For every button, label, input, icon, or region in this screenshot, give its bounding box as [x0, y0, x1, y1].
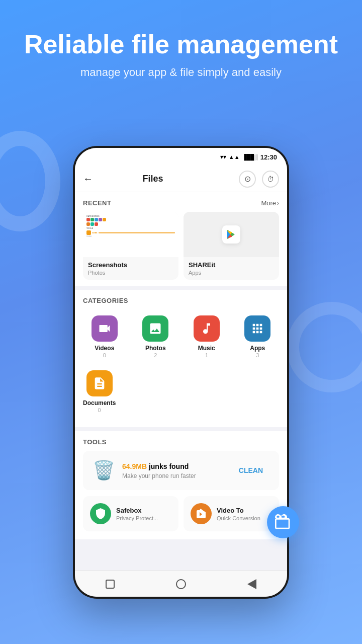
history-button[interactable]: ⏱ — [262, 171, 279, 188]
category-apps[interactable]: Apps 3 — [232, 309, 284, 364]
phone-mockup: ▾▾ ▲▲ ▐██░ 12:30 ← Files ⊙ ⏱ RECENT Mo — [73, 146, 289, 599]
status-time: 12:30 — [260, 153, 277, 161]
status-icons: ▾▾ ▲▲ ▐██░ 12:30 — [220, 153, 277, 161]
videoto-text: Video To Quick Conversion — [217, 507, 260, 521]
sub-title: manage your app & file simply and easily — [20, 65, 342, 80]
videoto-name: Video To — [217, 507, 260, 514]
header-section: Reliable file management manage your app… — [0, 0, 362, 91]
screenshots-name: Screenshots — [88, 261, 173, 269]
tools-grid: Safebox Privacy Protect... Video To Q — [75, 496, 287, 531]
documents-count: 0 — [98, 407, 101, 413]
recent-grid: CATEGORIES — [75, 212, 287, 280]
junk-card: 🗑️ 64.9MB junks found Make your phone ru… — [83, 451, 279, 490]
recent-section: RECENT More › CATEGORIES — [75, 192, 287, 286]
category-photos[interactable]: Photos 2 — [130, 309, 182, 364]
apps-count: 3 — [256, 352, 259, 358]
photos-icon — [142, 315, 168, 342]
categories-header: CATEGORIES — [75, 290, 287, 309]
screenshots-thumb: CATEGORIES — [83, 212, 178, 257]
videoto-desc: Quick Conversion — [217, 515, 260, 521]
fab-button[interactable] — [267, 506, 299, 538]
shareit-thumb — [184, 212, 279, 257]
safebox-desc: Privacy Protect... — [116, 515, 158, 521]
top-bar: ← Files ⊙ ⏱ — [75, 166, 287, 192]
shareit-name: SHAREit — [189, 261, 274, 269]
nav-back-icon — [247, 579, 256, 589]
safebox-text: Safebox Privacy Protect... — [116, 507, 158, 521]
scroll-content[interactable]: RECENT More › CATEGORIES — [75, 192, 287, 571]
videos-label: Videos — [95, 345, 114, 352]
photos-label: Photos — [145, 345, 166, 352]
nav-bar — [75, 571, 287, 597]
junk-desc: Make your phone run faster — [122, 472, 225, 479]
nav-home-icon — [176, 579, 186, 589]
videoto-icon — [191, 503, 212, 524]
recent-title: RECENT — [83, 199, 111, 207]
category-documents[interactable]: Documents 0 — [79, 364, 120, 419]
tool-safebox[interactable]: Safebox Privacy Protect... — [83, 496, 178, 531]
junk-size: 64.9MB — [122, 462, 147, 470]
category-videos[interactable]: Videos 0 — [79, 309, 130, 364]
recent-more-link[interactable]: More › — [261, 199, 279, 207]
tools-title: TOOLS — [83, 438, 107, 446]
documents-icon — [86, 370, 113, 396]
apps-icon — [244, 315, 270, 342]
music-label: Music — [198, 345, 215, 352]
categories-title: CATEGORIES — [83, 297, 128, 304]
clean-button[interactable]: CLEAN — [231, 462, 271, 478]
category-music[interactable]: Music 1 — [181, 309, 232, 364]
photos-count: 2 — [154, 352, 157, 358]
categories-row2: Documents 0 — [75, 364, 287, 419]
junk-title: 64.9MB junks found — [122, 462, 225, 471]
videos-count: 0 — [103, 352, 106, 358]
music-count: 1 — [205, 352, 208, 358]
play-store-logo — [222, 225, 240, 244]
recent-item-shareit[interactable]: SHAREit Apps — [184, 212, 279, 280]
tools-header: TOOLS — [75, 431, 287, 451]
page-title: Files — [97, 174, 209, 184]
main-title: Reliable file management — [20, 30, 342, 59]
nav-back-button[interactable] — [243, 575, 261, 593]
play-store-icon — [226, 229, 237, 240]
shareit-type: Apps — [189, 270, 274, 276]
recent-header: RECENT More › — [75, 192, 287, 212]
wifi-icon: ▾▾ — [220, 153, 226, 160]
signal-icon: ▲▲ — [229, 154, 240, 160]
screenshots-info: Screenshots Photos — [83, 257, 178, 280]
battery-icon: ▐██░ — [242, 154, 258, 160]
apps-label: Apps — [250, 345, 265, 352]
shareit-info: SHAREit Apps — [184, 257, 279, 280]
download-button[interactable]: ⊙ — [239, 171, 256, 188]
back-button[interactable]: ← — [83, 171, 97, 187]
more-chevron-icon: › — [277, 200, 279, 207]
nav-square-icon — [106, 580, 115, 589]
recent-item-screenshots[interactable]: CATEGORIES — [83, 212, 178, 280]
top-actions: ⊙ ⏱ — [239, 171, 279, 188]
nav-recents-button[interactable] — [101, 575, 119, 593]
tools-section: TOOLS 🗑️ 64.9MB junks found Make your ph… — [75, 431, 287, 539]
screenshots-type: Photos — [88, 270, 173, 276]
phone-screen: ▾▾ ▲▲ ▐██░ 12:30 ← Files ⊙ ⏱ RECENT Mo — [75, 148, 287, 597]
documents-label: Documents — [83, 399, 116, 407]
junk-icon: 🗑️ — [91, 458, 116, 483]
nav-home-button[interactable] — [172, 575, 190, 593]
categories-section: CATEGORIES Videos 0 — [75, 290, 287, 427]
categories-grid: Videos 0 Photos 2 — [75, 309, 287, 364]
music-icon — [194, 315, 220, 342]
bg-decoration-right — [287, 302, 362, 392]
junk-text: 64.9MB junks found Make your phone run f… — [122, 462, 225, 479]
status-bar: ▾▾ ▲▲ ▐██░ 12:30 — [75, 148, 287, 166]
tool-videoto[interactable]: Video To Quick Conversion — [184, 496, 279, 531]
safebox-name: Safebox — [116, 507, 158, 514]
bg-decoration-left — [0, 131, 60, 231]
videos-icon — [92, 315, 118, 342]
safebox-icon — [90, 503, 111, 524]
